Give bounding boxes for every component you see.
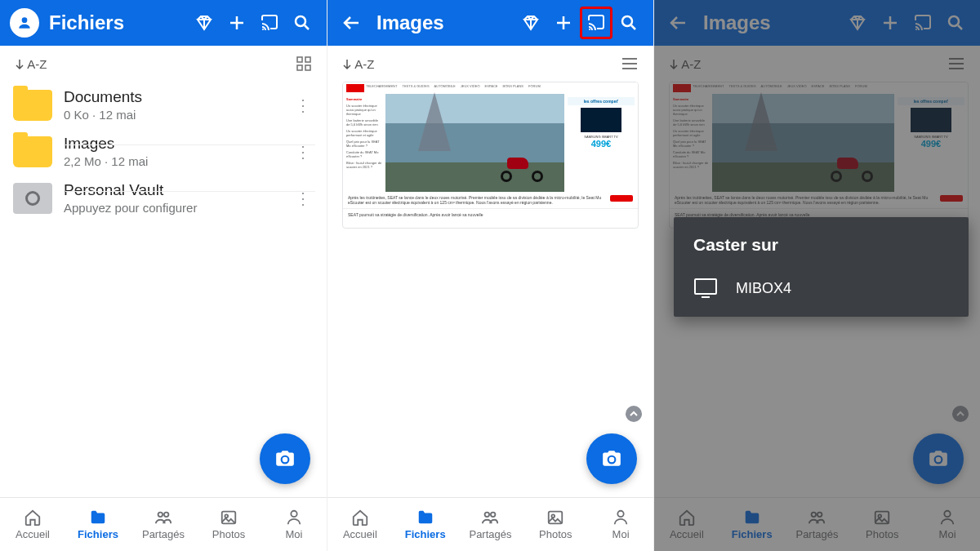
camera-fab[interactable] — [260, 433, 310, 484]
file-name: Documents — [64, 88, 291, 106]
image-thumbnail[interactable]: TELECHARGEMENTTESTS & GUIDESAUTOMOBILEJE… — [342, 82, 639, 229]
page-title: Images — [376, 11, 444, 34]
folder-icon — [416, 509, 435, 527]
svg-point-2 — [296, 16, 305, 26]
svg-point-17 — [552, 514, 555, 518]
nav-partages[interactable]: Partagés — [458, 498, 523, 551]
search-button[interactable] — [612, 7, 645, 39]
nav-accueil[interactable]: Accueil — [0, 498, 65, 551]
vault-icon — [13, 183, 52, 214]
chevron-up-icon — [630, 410, 638, 418]
topbar: Images — [327, 0, 653, 46]
svg-point-10 — [225, 514, 228, 518]
svg-point-15 — [491, 513, 496, 518]
diamond-icon — [194, 13, 214, 33]
people-icon — [480, 509, 500, 527]
bottom-nav: Accueil Fichiers Partagés Photos Moi — [327, 497, 653, 551]
more-button[interactable]: ⋮ — [291, 142, 315, 162]
back-button[interactable] — [336, 7, 368, 39]
diamond-icon — [521, 13, 541, 33]
sort-bar: A-Z — [327, 46, 653, 82]
svg-point-0 — [22, 17, 28, 23]
cast-button[interactable] — [253, 7, 286, 39]
file-row-documents[interactable]: Documents 0 Ko · 12 mai ⋮ — [0, 82, 327, 128]
cast-dialog-title: Caster sur — [674, 217, 969, 266]
svg-rect-26 — [695, 279, 716, 294]
arrow-left-icon — [342, 13, 362, 33]
search-icon — [619, 13, 639, 33]
home-icon — [23, 509, 42, 527]
file-row-images[interactable]: Images 2,2 Mo · 12 mai ⋮ — [0, 128, 327, 175]
camera-icon — [274, 448, 296, 469]
search-button[interactable] — [286, 7, 318, 39]
sort-toggle[interactable]: A-Z — [15, 57, 47, 71]
add-button[interactable] — [547, 7, 580, 39]
svg-rect-3 — [297, 57, 302, 62]
file-meta: 0 Ko · 12 mai — [64, 108, 291, 122]
plus-icon — [554, 13, 573, 33]
view-toggle[interactable] — [621, 57, 639, 70]
more-button[interactable]: ⋮ — [291, 96, 315, 115]
list-icon — [621, 57, 639, 70]
file-name: Personal Vault — [64, 181, 291, 199]
svg-rect-4 — [305, 57, 310, 62]
nav-fichiers[interactable]: Fichiers — [393, 498, 458, 551]
panel-cast-dialog: Images A-Z TELECHARGEMENTTESTS & GUIDES — [653, 0, 980, 551]
nav-fichiers[interactable]: Fichiers — [65, 498, 131, 551]
search-icon — [292, 13, 312, 33]
file-row-vault[interactable]: Personal Vault Appuyez pour configurer ⋮ — [0, 175, 327, 221]
plus-icon — [227, 13, 247, 33]
svg-point-18 — [617, 511, 623, 517]
svg-point-13 — [622, 16, 632, 26]
camera-fab[interactable] — [586, 433, 637, 484]
svg-point-7 — [158, 513, 163, 518]
view-toggle[interactable] — [296, 56, 312, 72]
photo-icon — [546, 509, 565, 527]
nav-photos[interactable]: Photos — [523, 498, 588, 551]
svg-rect-6 — [305, 65, 310, 70]
folder-icon — [13, 136, 52, 167]
avatar-button[interactable] — [8, 7, 41, 39]
person-icon — [611, 509, 630, 527]
panel-files: Fichiers A-Z — [0, 0, 327, 551]
nav-photos[interactable]: Photos — [196, 498, 261, 551]
svg-rect-5 — [297, 65, 302, 70]
arrow-down-icon — [342, 59, 352, 70]
home-icon — [350, 509, 370, 527]
nav-moi[interactable]: Moi — [588, 498, 653, 551]
premium-button[interactable] — [188, 7, 220, 39]
nav-moi[interactable]: Moi — [261, 498, 327, 551]
folder-icon — [88, 509, 108, 527]
cast-device-row[interactable]: MIBOX4 — [674, 266, 969, 317]
topbar: Fichiers — [0, 0, 327, 46]
panel-images: Images A-Z — [327, 0, 653, 551]
svg-point-12 — [589, 29, 590, 30]
photo-icon — [219, 509, 238, 527]
bottom-nav: Accueil Fichiers Partagés Photos Moi — [0, 497, 327, 551]
more-button[interactable]: ⋮ — [291, 189, 315, 208]
tv-icon — [693, 278, 718, 299]
site-logo — [346, 84, 364, 92]
svg-point-11 — [291, 511, 296, 517]
people-icon — [154, 509, 173, 527]
add-button[interactable] — [220, 7, 253, 39]
file-name: Images — [64, 135, 291, 153]
scroll-top-button[interactable] — [626, 406, 642, 422]
nav-accueil[interactable]: Accueil — [327, 498, 393, 551]
cast-button-highlighted[interactable] — [580, 7, 612, 39]
person-icon — [284, 509, 304, 527]
folder-icon — [13, 90, 52, 121]
sort-bar: A-Z — [0, 46, 327, 82]
grid-icon — [296, 56, 312, 72]
file-meta: Appuyez pour configurer — [64, 201, 291, 215]
svg-point-14 — [485, 513, 490, 518]
nav-partages[interactable]: Partagés — [131, 498, 196, 551]
file-meta: 2,2 Mo · 12 mai — [64, 154, 291, 168]
camera-icon — [601, 448, 622, 469]
person-icon — [16, 15, 33, 31]
page-title: Fichiers — [49, 11, 124, 34]
svg-point-1 — [262, 29, 264, 30]
arrow-down-icon — [15, 59, 24, 70]
premium-button[interactable] — [514, 7, 547, 39]
sort-toggle[interactable]: A-Z — [342, 57, 375, 71]
